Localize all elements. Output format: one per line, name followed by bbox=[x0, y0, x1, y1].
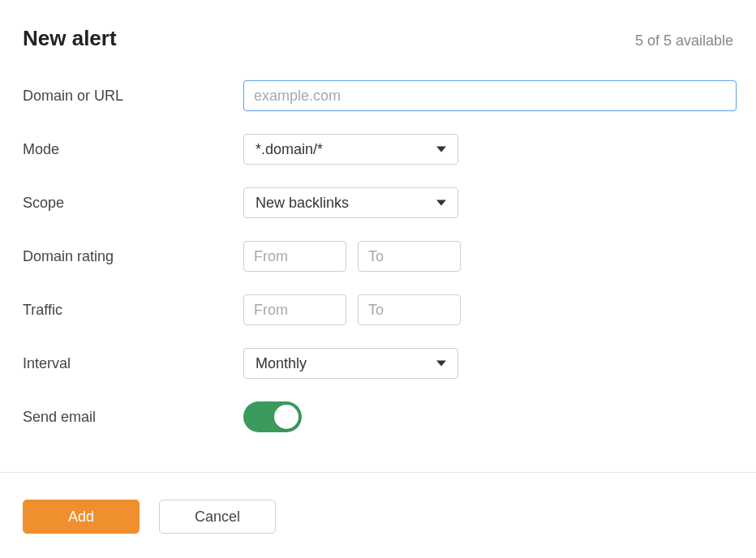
scope-select-value: New backlinks bbox=[256, 195, 349, 212]
cancel-button-label: Cancel bbox=[195, 509, 240, 526]
domain-rating-from-input[interactable] bbox=[243, 241, 346, 272]
interval-select-value: Monthly bbox=[256, 355, 307, 372]
chevron-down-icon bbox=[436, 147, 446, 152]
label-domain-rating: Domain rating bbox=[23, 248, 243, 265]
mode-select-value: *.domain/* bbox=[256, 141, 323, 158]
label-domain-or-url: Domain or URL bbox=[23, 88, 243, 105]
scope-select[interactable]: New backlinks bbox=[243, 187, 458, 218]
traffic-from-input[interactable] bbox=[243, 294, 346, 325]
domain-rating-to-input[interactable] bbox=[358, 241, 461, 272]
add-button[interactable]: Add bbox=[23, 500, 140, 534]
availability-count: 5 of 5 available bbox=[635, 32, 733, 49]
footer-separator bbox=[0, 472, 756, 473]
label-scope: Scope bbox=[23, 195, 243, 212]
row-traffic: Traffic bbox=[23, 294, 733, 325]
row-interval: Interval Monthly bbox=[23, 348, 733, 379]
send-email-toggle[interactable] bbox=[243, 401, 302, 432]
chevron-down-icon bbox=[436, 361, 446, 367]
label-interval: Interval bbox=[23, 355, 243, 372]
chevron-down-icon bbox=[436, 200, 446, 206]
label-mode: Mode bbox=[23, 141, 243, 158]
new-alert-form: New alert 5 of 5 available Domain or URL… bbox=[0, 0, 756, 432]
row-scope: Scope New backlinks bbox=[23, 187, 733, 218]
footer-actions: Add Cancel bbox=[23, 500, 276, 534]
row-send-email: Send email bbox=[23, 401, 733, 432]
interval-select[interactable]: Monthly bbox=[243, 348, 458, 379]
add-button-label: Add bbox=[68, 509, 94, 526]
traffic-to-input[interactable] bbox=[358, 294, 461, 325]
domain-or-url-input[interactable] bbox=[243, 80, 737, 111]
cancel-button[interactable]: Cancel bbox=[159, 500, 276, 534]
row-mode: Mode *.domain/* bbox=[23, 134, 733, 165]
header: New alert 5 of 5 available bbox=[23, 26, 733, 51]
toggle-knob bbox=[274, 405, 299, 429]
row-domain-rating: Domain rating bbox=[23, 241, 733, 272]
row-domain-or-url: Domain or URL bbox=[23, 80, 733, 111]
label-traffic: Traffic bbox=[23, 302, 243, 319]
label-send-email: Send email bbox=[23, 409, 243, 426]
mode-select[interactable]: *.domain/* bbox=[243, 134, 458, 165]
page-title: New alert bbox=[23, 26, 117, 51]
